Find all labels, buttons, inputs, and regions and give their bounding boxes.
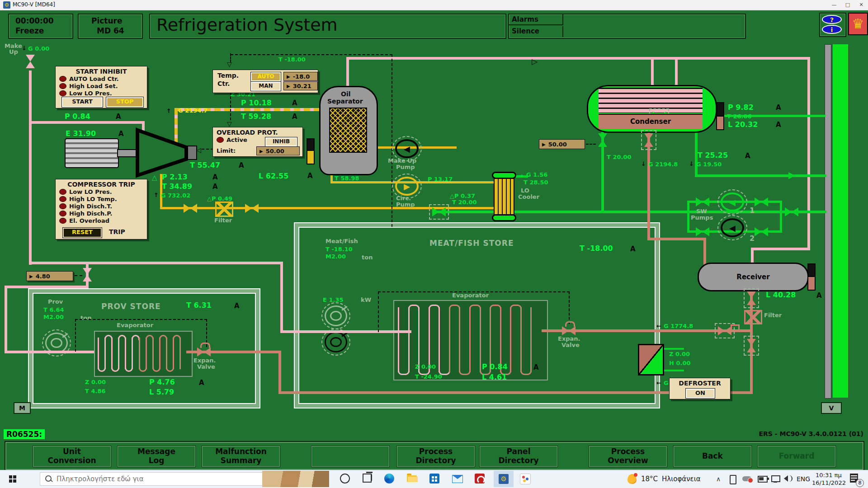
swpump1-in-valve[interactable] <box>696 197 709 206</box>
cond-liquid-valve[interactable] <box>644 133 653 147</box>
paint-icon[interactable] <box>520 474 531 484</box>
lo-filter[interactable] <box>215 202 233 217</box>
swpump2-out-valve[interactable] <box>755 227 768 236</box>
swpump2-in-valve[interactable] <box>696 227 709 236</box>
compressor-trip-panel: COMPRESSOR TRIP Low LO Pres. High LO Tem… <box>55 179 147 239</box>
lo-valve-1[interactable] <box>184 204 197 213</box>
network-icon[interactable] <box>771 475 780 482</box>
mc90-taskbar-app-active[interactable]: ⚙ <box>494 471 514 487</box>
language-indicator[interactable]: ENG <box>797 475 810 483</box>
sw-main-valve[interactable] <box>785 207 798 216</box>
auto-mode-button[interactable]: AUTO <box>251 72 281 81</box>
pipe-prov-feed-riser <box>278 351 281 394</box>
circ-pump-label2: Pump <box>396 201 415 208</box>
unit-conversion-button[interactable]: UnitConversion <box>33 446 111 467</box>
meat-feed-reg-valve[interactable] <box>718 326 731 335</box>
prov-expan-valve[interactable] <box>197 347 211 357</box>
tag-entry-field[interactable]: R06525: <box>4 429 45 439</box>
stop-button[interactable]: STOP <box>106 97 143 107</box>
edge-browser-icon[interactable] <box>384 474 394 483</box>
v-page-button[interactable]: V <box>821 402 842 414</box>
process-overview-button[interactable]: ProcessOverview <box>589 446 667 467</box>
pipe-right-vertical <box>807 57 810 250</box>
cond-liquid-flow: G 2194.8 <box>648 161 678 168</box>
temp-output-field[interactable]: ▶30.21 <box>283 81 318 90</box>
freeze-clock-button[interactable]: 00:00:00 Freeze <box>8 14 73 39</box>
picture-select-button[interactable]: Picture MD 64 <box>78 14 143 39</box>
weather-desc[interactable]: Ηλιοφάνεια <box>662 475 701 483</box>
tray-time[interactable]: 10:31 πμ <box>816 472 842 479</box>
swpump1-out-valve[interactable] <box>755 197 768 206</box>
phone-link-icon[interactable] <box>730 475 736 484</box>
maximize-button[interactable]: □ <box>841 0 854 10</box>
meat-fan-2[interactable] <box>325 332 347 352</box>
temp-setpoint-field[interactable]: ▶-18.0 <box>283 72 318 81</box>
meat-fan-1[interactable] <box>325 305 347 326</box>
start-button[interactable]: START <box>62 97 103 107</box>
receiver[interactable]: Receiver <box>698 263 809 291</box>
blank-button[interactable] <box>311 446 390 467</box>
mail-icon[interactable] <box>452 475 463 483</box>
close-button[interactable]: ✕ <box>854 0 868 10</box>
defroster-on-button[interactable]: ON <box>686 389 715 398</box>
circ-pump[interactable]: ▶ <box>395 177 419 196</box>
lo-valve-2[interactable] <box>245 204 259 213</box>
start-inhibit-item: Low LO Pres. <box>69 90 112 97</box>
inhib-button[interactable]: INHIB <box>265 137 297 146</box>
prov-feed-valve[interactable] <box>747 339 756 352</box>
makeup-pump[interactable]: ◀ <box>395 139 419 158</box>
meat-expan-valve[interactable] <box>562 326 576 335</box>
sw-lo-valve[interactable] <box>432 207 446 216</box>
onedrive-cloud-icon[interactable] <box>742 476 751 481</box>
ptr-icon: ▶ <box>287 74 290 79</box>
defrost-heater[interactable] <box>638 344 664 375</box>
m-page-button[interactable]: M <box>14 402 31 414</box>
meat-mass: M2.00 <box>326 253 346 260</box>
cortana-icon[interactable] <box>340 474 350 483</box>
tray-date[interactable]: 16/11/2022 <box>812 479 846 486</box>
info-icon[interactable]: i <box>822 25 842 34</box>
task-view-icon[interactable] <box>363 474 372 483</box>
help-icon[interactable]: ? <box>822 15 842 24</box>
malfunction-summary-button[interactable]: MalfunctionSummary <box>202 446 280 467</box>
makeup-valve[interactable] <box>26 55 35 68</box>
receiver-outlet-valve[interactable] <box>747 291 756 305</box>
acrobat-icon[interactable] <box>475 474 485 483</box>
man-mode-button[interactable]: MAN <box>251 82 281 91</box>
compressor-symbol[interactable] <box>135 127 190 178</box>
flow-left-icon: ← <box>656 323 661 329</box>
minimize-button[interactable]: — <box>827 0 841 10</box>
message-log-button[interactable]: MessageLog <box>117 446 196 467</box>
search-highlight-image[interactable] <box>262 471 329 487</box>
back-button[interactable]: Back <box>673 446 752 467</box>
prov-sp-field[interactable]: ▶4.80 <box>26 271 73 281</box>
silence-button[interactable]: Silence <box>509 26 563 37</box>
navigation-bar: UnitConversion MessageLog MalfunctionSum… <box>5 441 864 471</box>
reset-button[interactable]: RESET <box>63 228 102 238</box>
tray-chevron-icon[interactable]: ∧ <box>716 475 721 483</box>
sw-pump-1[interactable]: ◀ <box>721 192 744 211</box>
sw-pump-2[interactable]: ◀ <box>721 218 744 237</box>
weather-sun-icon[interactable] <box>627 474 637 484</box>
file-explorer-icon[interactable] <box>407 475 417 482</box>
trip-item: High Disch.T. <box>69 203 112 210</box>
process-directory-button[interactable]: ProcessDirectory <box>396 446 475 467</box>
battery-icon[interactable] <box>758 476 768 483</box>
panel-directory-button[interactable]: PanelDirectory <box>479 446 558 467</box>
condenser-band: Condenser <box>599 114 703 129</box>
prov-suction-valve[interactable] <box>83 268 92 282</box>
weather-temp[interactable]: 18°C <box>641 475 658 483</box>
forward-button[interactable]: Forward <box>757 446 836 467</box>
lo-filter-label: Filter <box>214 217 232 224</box>
compressor-motor[interactable] <box>65 138 119 168</box>
ms-store-icon[interactable] <box>429 474 439 483</box>
lo-cooler-tubes[interactable] <box>494 178 514 215</box>
condenser-sp-field[interactable]: ▶50.00 <box>539 139 585 149</box>
trip-item: High LO Temp. <box>69 196 117 202</box>
alarms-button[interactable]: Alarms <box>509 14 563 25</box>
prov-evaporator[interactable] <box>94 331 193 377</box>
liquid-filter[interactable] <box>744 310 762 324</box>
start-button[interactable] <box>9 475 16 483</box>
sw-cond-valve[interactable] <box>598 133 607 147</box>
overload-limit-field[interactable]: ▶50.00 <box>256 146 300 155</box>
